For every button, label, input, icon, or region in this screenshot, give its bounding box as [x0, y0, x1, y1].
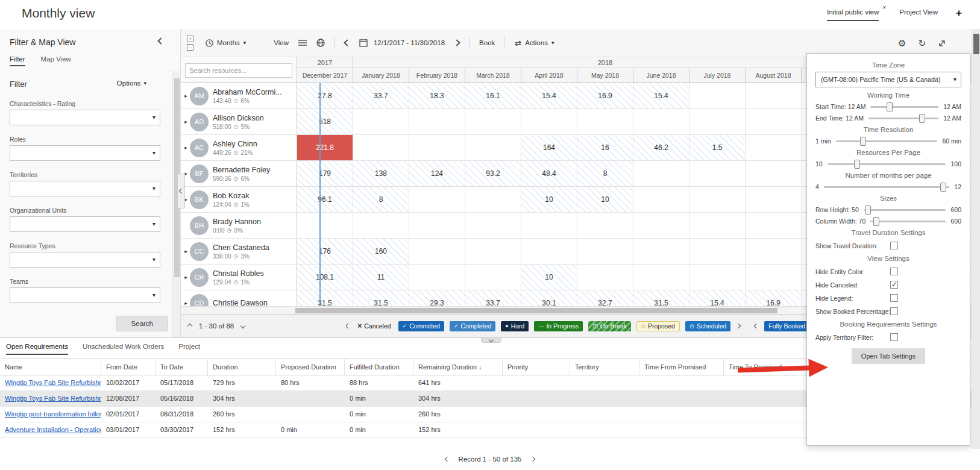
- grid-cell[interactable]: [633, 109, 689, 135]
- grid-cell[interactable]: [746, 83, 802, 109]
- grid-cell[interactable]: 108.1: [297, 265, 353, 290]
- panel-collapse-handle[interactable]: [481, 337, 501, 343]
- grid-cell[interactable]: 179: [297, 161, 353, 187]
- column-header-proposed-duration[interactable]: Proposed Duration: [276, 359, 345, 375]
- grid-cell[interactable]: [409, 187, 465, 213]
- show-travel-duration-checkbox[interactable]: [890, 242, 898, 249]
- column-header-territory[interactable]: Territory: [570, 359, 639, 375]
- vertical-scrollbar[interactable]: [972, 29, 980, 449]
- filter-field-dropdown[interactable]: ▾: [10, 110, 160, 125]
- legend-scroll-right-icon[interactable]: [736, 324, 741, 328]
- slider-track[interactable]: [870, 106, 938, 108]
- grid-cell[interactable]: [633, 265, 689, 290]
- grid-cell[interactable]: 31.5: [633, 290, 689, 306]
- slider-track[interactable]: [836, 140, 938, 142]
- grid-cell[interactable]: 29.3: [409, 290, 465, 306]
- expand-resource-icon[interactable]: ▸: [182, 274, 190, 280]
- grid-cell[interactable]: 124: [409, 161, 465, 187]
- grid-cell[interactable]: 33.7: [465, 290, 521, 306]
- slider-track[interactable]: [870, 221, 946, 222]
- grid-cell[interactable]: 138: [353, 161, 409, 187]
- grid-cell[interactable]: 1.5: [689, 135, 746, 161]
- grid-cell[interactable]: [746, 161, 802, 187]
- grid-cell[interactable]: 48.4: [521, 161, 577, 187]
- expand-resource-icon[interactable]: ▸: [182, 300, 190, 306]
- slider-track[interactable]: [864, 209, 946, 211]
- grid-cell[interactable]: 16.9: [577, 83, 633, 109]
- grid-cell[interactable]: [746, 109, 802, 135]
- grid-cell[interactable]: 10: [521, 265, 577, 290]
- grid-cell[interactable]: [409, 213, 465, 239]
- grid-cell[interactable]: [353, 213, 409, 239]
- grid-cell[interactable]: 160: [353, 239, 409, 265]
- resource-cell[interactable]: ▸CRChristal Robles129:04◷1%: [181, 265, 297, 290]
- grid-cell[interactable]: 31.5: [297, 290, 353, 306]
- resource-cell[interactable]: ▸ACAshley Chinn449:26◷21%: [181, 135, 297, 161]
- timeline-month[interactable]: June 2018: [633, 68, 689, 83]
- slider-track[interactable]: [824, 186, 949, 188]
- grid-cell[interactable]: 16.1: [465, 83, 521, 109]
- close-tab-icon[interactable]: ×: [882, 4, 886, 11]
- fullscreen-icon[interactable]: [938, 39, 946, 48]
- resource-cell[interactable]: BHBrady Hannon0:00◷0%: [181, 213, 297, 239]
- grid-cell[interactable]: 93.2: [465, 161, 521, 187]
- slider-handle[interactable]: [860, 137, 866, 146]
- grid-cell[interactable]: 221.8: [297, 135, 353, 161]
- scrollbar-thumb[interactable]: [973, 34, 979, 54]
- grid-cell[interactable]: 96.1: [297, 187, 353, 213]
- grid-cell[interactable]: 31.5: [353, 290, 409, 306]
- book-button[interactable]: Book: [479, 39, 495, 46]
- next-period-icon[interactable]: [453, 39, 460, 46]
- grid-cell[interactable]: [689, 83, 746, 109]
- expand-resource-icon[interactable]: ▸: [182, 119, 190, 125]
- tab-filter[interactable]: Filter: [10, 55, 25, 66]
- slider-handle[interactable]: [940, 183, 946, 192]
- page-down-icon[interactable]: [240, 324, 245, 328]
- grid-cell[interactable]: [689, 213, 746, 239]
- slider-handle[interactable]: [887, 102, 893, 111]
- requirement-link[interactable]: Adventure Installation - Operations...: [0, 422, 101, 437]
- date-range-label[interactable]: 12/1/2017 - 11/30/2018: [374, 39, 445, 46]
- grid-cell[interactable]: [465, 265, 521, 290]
- expand-resource-icon[interactable]: ▸: [182, 93, 190, 99]
- resource-cell[interactable]: ▸AMAbraham McCormi...143:40◷6%: [181, 83, 297, 109]
- column-header-to-date[interactable]: To Date: [155, 359, 208, 375]
- grid-cell[interactable]: [409, 239, 465, 265]
- filter-field-dropdown[interactable]: ▾: [10, 181, 160, 196]
- grid-cell[interactable]: [521, 213, 577, 239]
- grid-cell[interactable]: 10: [577, 187, 633, 213]
- refresh-icon[interactable]: ↻: [918, 38, 926, 49]
- search-button[interactable]: Search: [116, 316, 168, 331]
- next-records-icon[interactable]: [530, 457, 535, 462]
- grid-cell[interactable]: [689, 161, 746, 187]
- slider-handle[interactable]: [865, 205, 871, 215]
- scrollbar-thumb[interactable]: [295, 308, 777, 313]
- filter-field-dropdown[interactable]: ▾: [10, 287, 160, 303]
- requirement-link[interactable]: Wingtip Toys Fab Site Refurbishme...: [0, 391, 101, 406]
- requirement-link[interactable]: Wingtip post-transformation follow...: [0, 407, 101, 422]
- expand-resource-icon[interactable]: ▸: [182, 145, 190, 151]
- grid-cell[interactable]: [689, 239, 746, 265]
- prev-period-icon[interactable]: [344, 39, 350, 46]
- grid-cell[interactable]: 33.7: [353, 83, 409, 109]
- grid-cell[interactable]: [746, 265, 802, 290]
- column-header-duration[interactable]: Duration: [208, 359, 276, 375]
- expand-resource-icon[interactable]: ▸: [182, 248, 190, 254]
- grid-cell[interactable]: [353, 109, 409, 135]
- settings-gear-icon[interactable]: ⚙: [898, 38, 906, 49]
- grid-cell[interactable]: [521, 239, 577, 265]
- view-tab-project-view[interactable]: Project View: [899, 8, 938, 21]
- grid-cell[interactable]: 15.4: [521, 83, 577, 109]
- timeline-month[interactable]: July 2018: [689, 68, 746, 83]
- apply-territory-filter-checkbox[interactable]: [890, 333, 898, 341]
- grid-cell[interactable]: [465, 109, 521, 135]
- filter-options-button[interactable]: Options ▾: [117, 80, 146, 87]
- grid-cell[interactable]: [409, 109, 465, 135]
- slider-track[interactable]: [828, 163, 946, 165]
- timeline-month[interactable]: December 2017: [297, 68, 353, 83]
- grid-cell[interactable]: [465, 187, 521, 213]
- grid-cell[interactable]: 518: [297, 109, 353, 135]
- requirement-link[interactable]: Wingtip Toys Fab Site Refurbishme...: [0, 375, 101, 390]
- slider-track[interactable]: [868, 118, 938, 119]
- time-zone-dropdown[interactable]: (GMT-08:00) Pacific Time (US & Canada)▾: [815, 72, 961, 87]
